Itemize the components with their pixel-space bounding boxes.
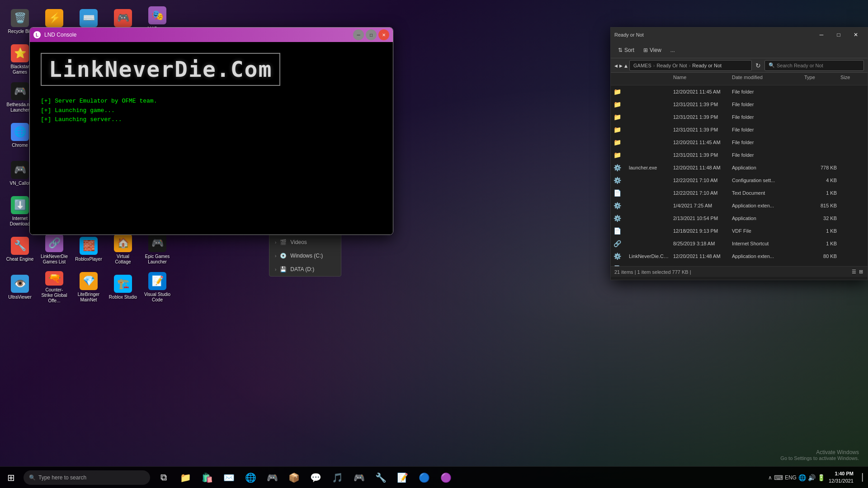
file-size-9: 815 KB: [802, 203, 839, 208]
taskbar-app-13[interactable]: 🟣: [436, 468, 456, 488]
desktop-icon-38[interactable]: 🏗️ Roblox Studio: [107, 269, 139, 305]
file-type-3: File folder: [730, 127, 802, 132]
taskbar-app-3[interactable]: ✉️: [219, 468, 239, 488]
nav-label-1: Videos: [290, 239, 307, 245]
desktop-icon-32[interactable]: 🧱 RobloxPlayer: [72, 231, 105, 267]
desktop-icon-39[interactable]: 📝 Visual Studio Code: [141, 269, 174, 305]
network-icon[interactable]: 🌐: [798, 474, 806, 481]
table-row[interactable]: 📄 12/18/2021 9:13 PM VDF File 1 KB: [611, 225, 868, 237]
taskbar-app-1[interactable]: 📁: [175, 468, 195, 488]
taskbar-app-icon-9: 🎮: [354, 472, 365, 483]
taskbar-app-12[interactable]: 🔵: [414, 468, 434, 488]
refresh-button[interactable]: ↻: [754, 62, 763, 69]
nav-item-windows-(c:)[interactable]: › 💿 Windows (C:): [269, 249, 341, 263]
nav-label-2: Windows (C:): [290, 253, 323, 259]
forward-button[interactable]: ▸: [619, 62, 623, 69]
table-row[interactable]: 📁 12/31/2021 1:39 PM File folder: [611, 123, 868, 136]
show-desktop-button[interactable]: ▕: [857, 473, 863, 482]
taskbar-app-10[interactable]: 🔧: [371, 468, 391, 488]
view-button[interactable]: ⊞ View: [640, 44, 665, 56]
start-icon: ⊞: [7, 472, 15, 483]
taskbar-app-8[interactable]: 🎵: [327, 468, 347, 488]
table-row[interactable]: ⚙️ 12/22/2021 7:10 AM Configuration sett…: [611, 174, 868, 187]
taskbar-app-2[interactable]: 🛍️: [197, 468, 217, 488]
sort-button[interactable]: ⇅ Sort: [614, 44, 638, 56]
taskbar-app-icon-4: 🌐: [245, 472, 256, 483]
desktop-icon-34[interactable]: 🎮 Epic Games Launcher: [141, 231, 174, 267]
icon-label-20: VN_Callof: [9, 181, 30, 186]
nav-item-videos[interactable]: › 🎬 Videos: [269, 235, 341, 249]
file-icon-12: 🔗: [613, 239, 622, 248]
table-row[interactable]: ⚙️ LinkNeverDie.Com_Lib.dll 12/20/2021 1…: [611, 250, 868, 263]
explorer-close-button[interactable]: ✕: [848, 28, 864, 42]
file-type-7: Configuration sett...: [730, 178, 802, 183]
more-button[interactable]: ...: [667, 44, 679, 56]
taskbar-app-0[interactable]: ⧉: [154, 468, 174, 488]
icon-label-32: RobloxPlayer: [75, 257, 102, 262]
explorer-toolbar: ⇅ Sort ⊞ View ...: [611, 42, 868, 58]
size-column-header[interactable]: Size: [839, 75, 866, 80]
lnd-titlebar[interactable]: L LND Console ─ □ ✕: [30, 28, 393, 42]
maximize-button[interactable]: □: [366, 29, 377, 40]
type-column-header[interactable]: Type: [802, 75, 839, 80]
icon-image-20: 🎮: [11, 161, 29, 179]
explorer-maximize-button[interactable]: □: [830, 28, 847, 42]
desktop-icon-36[interactable]: 🔫 Counter-Strike Global Offe...: [38, 269, 71, 305]
taskbar-app-icon-0: ⧉: [160, 472, 167, 483]
explorer-minimize-button[interactable]: ─: [813, 28, 830, 42]
file-size-13: 80 KB: [802, 253, 839, 259]
table-row[interactable]: 📁 12/20/2021 11:45 AM File folder: [611, 85, 868, 98]
close-button[interactable]: ✕: [378, 29, 389, 40]
table-row[interactable]: ⚙️ launcher.exe 12/20/2021 11:48 AM Appl…: [611, 161, 868, 174]
keyboard-icon[interactable]: ⌨: [774, 474, 783, 481]
nav-item-data-(d:)[interactable]: › 💾 DATA (D:): [269, 263, 341, 276]
file-icon-8: 📄: [613, 188, 622, 197]
chevron-up-icon[interactable]: ∧: [768, 474, 772, 481]
desktop-icon-30[interactable]: 🔧 Cheat Engine: [4, 231, 36, 267]
date-column-header[interactable]: Date modified: [730, 75, 802, 80]
name-column-header[interactable]: Name: [671, 75, 730, 80]
desktop-icon-37[interactable]: 💎 LiteBringer MainNet: [72, 269, 105, 305]
file-icon-7: ⚙️: [613, 176, 622, 185]
taskbar-app-9[interactable]: 🎮: [349, 468, 369, 488]
table-row[interactable]: 📁 12/31/2021 1:39 PM File folder: [611, 149, 868, 161]
icon-label-33: Virtual Cottage: [108, 254, 137, 265]
start-button[interactable]: ⊞: [0, 467, 22, 488]
table-row[interactable]: 📁 12/31/2021 1:39 PM File folder: [611, 98, 868, 111]
search-box[interactable]: 🔍 Search Ready or Not: [764, 60, 864, 71]
table-row[interactable]: 📄 12/22/2021 7:10 AM Text Document 1 KB: [611, 187, 868, 199]
sound-icon[interactable]: 🔊: [808, 474, 816, 481]
taskbar-clock[interactable]: 1:40 PM 12/31/2021: [829, 470, 854, 484]
file-type-6: Application: [730, 165, 802, 170]
taskbar-app-5[interactable]: 🎮: [262, 468, 282, 488]
taskbar-app-7[interactable]: 💬: [306, 468, 326, 488]
file-type-10: Application: [730, 216, 802, 221]
table-row[interactable]: ⚙️ 2/13/2021 10:54 PM Application 32 KB: [611, 212, 868, 225]
desktop-icon-33[interactable]: 🏠 Virtual Cottage: [107, 231, 139, 267]
back-button[interactable]: ◂: [614, 62, 618, 69]
taskbar-app-6[interactable]: 📦: [284, 468, 304, 488]
desktop-icon-35[interactable]: 👁️ UltraViewer: [4, 269, 36, 305]
minimize-button[interactable]: ─: [353, 29, 364, 40]
file-date-3: 12/31/2021 1:39 PM: [671, 127, 730, 132]
battery-icon[interactable]: 🔋: [817, 474, 825, 481]
table-row[interactable]: ⚙️ 1/4/2021 7:25 AM Application exten...…: [611, 199, 868, 212]
desktop: 🗑️ Recycle Bin ⚡ FlashTAG ⌨️ UniKey 🎮 Cu…: [0, 0, 868, 488]
taskbar-app-4[interactable]: 🌐: [241, 468, 260, 488]
icon-label-39: Visual Studio Code: [143, 292, 172, 303]
taskbar-search[interactable]: 🔍 Type here to search: [24, 470, 150, 485]
table-row[interactable]: 📄 Manifest_DebugFiles_Win64.txt 12/18/20…: [611, 263, 868, 266]
desktop-icon-31[interactable]: 🔗 LinkNeverDie Games List: [38, 231, 71, 267]
address-path[interactable]: GAMES › Ready Or Not › Ready or Not: [629, 60, 752, 71]
explorer-title: Ready or Not: [614, 32, 644, 38]
up-button[interactable]: ▴: [624, 62, 627, 69]
language-indicator[interactable]: ENG: [785, 474, 797, 481]
taskbar-app-11[interactable]: 📝: [392, 468, 412, 488]
tiles-view-icon[interactable]: ⊞: [858, 268, 864, 276]
table-row[interactable]: 📁 12/20/2021 11:45 AM File folder: [611, 136, 868, 149]
details-view-icon[interactable]: ☰: [851, 268, 857, 276]
table-row[interactable]: 📁 12/31/2021 1:39 PM File folder: [611, 111, 868, 123]
table-row[interactable]: 🔗 8/25/2019 3:18 AM Internet Shortcut 1 …: [611, 237, 868, 250]
explorer-titlebar: Ready or Not ─ □ ✕: [611, 28, 868, 42]
file-size-8: 1 KB: [802, 190, 839, 196]
